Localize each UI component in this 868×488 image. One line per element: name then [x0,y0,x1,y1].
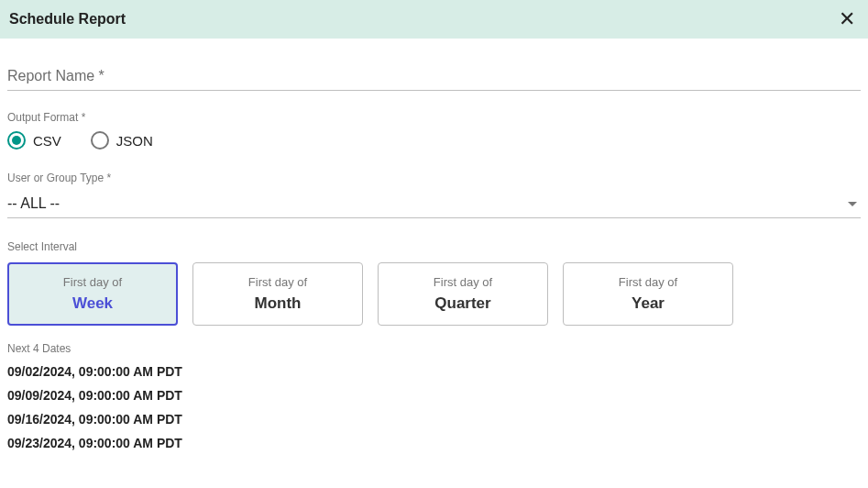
report-name-label: Report Name * [7,68,861,84]
interval-card-year[interactable]: First day of Year [563,262,733,326]
interval-card-month[interactable]: First day of Month [192,262,363,326]
radio-csv[interactable]: CSV [7,131,61,150]
user-group-section: User or Group Type * -- ALL -- [7,172,861,218]
user-group-label: User or Group Type * [7,172,861,184]
date-row: 09/02/2024, 09:00:00 AM PDT [7,364,861,379]
interval-card-top: First day of [619,275,677,289]
radio-json-label: JSON [116,133,153,149]
user-group-select[interactable]: -- ALL -- [7,192,861,218]
radio-icon [91,131,109,150]
close-icon: ✕ [839,7,855,30]
user-group-value: -- ALL -- [7,195,60,212]
next-dates-section: Next 4 Dates 09/02/2024, 09:00:00 AM PDT… [7,342,861,450]
radio-icon [7,131,26,150]
interval-card-top: First day of [63,275,122,289]
interval-card-week[interactable]: First day of Week [7,262,178,326]
date-row: 09/09/2024, 09:00:00 AM PDT [7,388,861,403]
chevron-down-icon [848,202,857,206]
interval-label: Select Interval [7,240,861,253]
dialog-content: Report Name * Output Format * CSV JSON U… [0,68,868,450]
interval-card-bot: Week [72,294,113,313]
interval-card-top: First day of [248,275,307,289]
next-dates-label: Next 4 Dates [7,342,861,355]
output-format-radios: CSV JSON [7,131,861,150]
dialog-title: Schedule Report [9,11,126,28]
interval-section: Select Interval First day of Week First … [7,240,861,326]
date-row: 09/16/2024, 09:00:00 AM PDT [7,412,861,427]
radio-csv-label: CSV [33,133,61,149]
interval-card-bot: Quarter [434,294,490,313]
output-format-label: Output Format * [7,111,861,124]
interval-cards: First day of Week First day of Month Fir… [7,262,861,326]
radio-json[interactable]: JSON [91,131,153,150]
interval-card-quarter[interactable]: First day of Quarter [378,262,548,326]
interval-card-bot: Year [632,294,665,313]
output-format-section: Output Format * CSV JSON [7,111,861,150]
interval-card-bot: Month [255,294,302,313]
report-name-field[interactable]: Report Name * [7,68,861,91]
next-dates-list: 09/02/2024, 09:00:00 AM PDT 09/09/2024, … [7,364,861,450]
interval-card-top: First day of [434,275,492,289]
close-button[interactable]: ✕ [835,6,859,33]
date-row: 09/23/2024, 09:00:00 AM PDT [7,436,861,450]
dialog-header: Schedule Report ✕ [0,0,868,39]
